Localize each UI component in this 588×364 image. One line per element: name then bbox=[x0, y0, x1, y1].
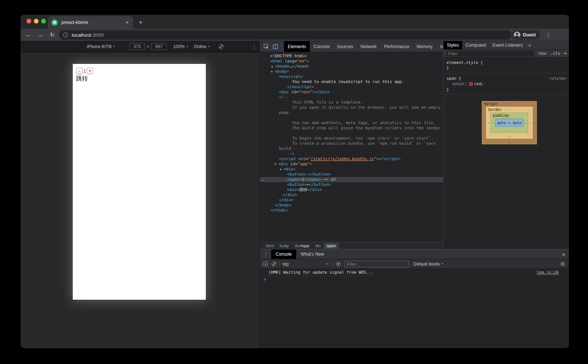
margin-top-value[interactable]: - bbox=[482, 101, 537, 105]
device-select[interactable]: iPhone 6/7/8 ▾ bbox=[87, 44, 115, 49]
margin-bottom-value[interactable]: - bbox=[482, 140, 537, 144]
box-model-margin[interactable]: margin - - - - border - - - - padding bbox=[482, 101, 537, 144]
elements-node[interactable]: ▼ <div> bbox=[260, 167, 443, 172]
margin-left-value[interactable]: - bbox=[483, 121, 485, 125]
devtools-tab-performance[interactable]: Performance bbox=[380, 41, 413, 52]
border-left-value[interactable]: - bbox=[488, 121, 490, 125]
css-property-name[interactable]: color: bbox=[452, 82, 467, 86]
elements-node[interactable] bbox=[260, 131, 443, 136]
elements-node[interactable]: page. bbox=[260, 110, 443, 115]
reload-button[interactable]: ↻ bbox=[48, 30, 57, 39]
traffic-light-minimize[interactable] bbox=[34, 19, 39, 24]
padding-right-value[interactable]: - bbox=[524, 121, 527, 125]
breadcrumb-item-span[interactable]: span bbox=[324, 243, 339, 249]
device-toolbar-toggle-icon[interactable] bbox=[272, 44, 278, 50]
box-model-border[interactable]: border - - - - padding - - - - bbox=[486, 107, 533, 138]
elements-node[interactable]: <div id="root"></div> bbox=[260, 90, 443, 95]
css-property-value[interactable]: red; bbox=[474, 82, 484, 86]
styles-tab-computed[interactable]: Computed bbox=[462, 41, 489, 49]
color-swatch[interactable] bbox=[469, 82, 473, 86]
border-bottom-value[interactable]: - bbox=[487, 134, 532, 138]
execution-context-select[interactable]: top ▾ bbox=[283, 262, 330, 267]
border-right-value[interactable]: - bbox=[529, 121, 531, 125]
border-top-value[interactable]: - bbox=[487, 107, 532, 111]
traffic-light-close[interactable] bbox=[26, 19, 31, 24]
rule-origin[interactable]: <style> bbox=[549, 76, 566, 81]
decrement-button[interactable]: - bbox=[76, 68, 83, 74]
live-expression-eye-icon[interactable] bbox=[336, 262, 341, 266]
rule-declaration[interactable]: color:red; bbox=[447, 81, 566, 87]
elements-node[interactable]: <script src="/static/js/index.bundle.js"… bbox=[260, 156, 443, 162]
zoom-select[interactable]: 100% ▾ bbox=[173, 44, 188, 49]
devtools-tab-console[interactable]: Console bbox=[310, 41, 333, 52]
padding-left-value[interactable]: - bbox=[492, 121, 494, 125]
styles-more-tabs-icon[interactable]: » bbox=[526, 41, 533, 49]
breadcrumb-item-html[interactable]: html bbox=[263, 243, 277, 249]
toggle-hov-button[interactable]: :hov bbox=[537, 51, 547, 56]
traffic-light-zoom[interactable] bbox=[41, 19, 46, 24]
elements-node[interactable]: To create a production bundle, use `npm … bbox=[260, 141, 443, 146]
elements-node-selected[interactable]: …<span>1</span> == $0 bbox=[260, 177, 443, 182]
box-model-content[interactable]: auto × auto bbox=[495, 119, 524, 127]
elements-node[interactable]: If you open it directly in the browser, … bbox=[260, 105, 443, 110]
browser-menu-icon[interactable]: ⋮ bbox=[544, 30, 553, 39]
profile-button[interactable]: Guest bbox=[512, 30, 540, 40]
console-sidebar-icon[interactable] bbox=[263, 262, 268, 266]
breadcrumb-item-div#app[interactable]: div#app bbox=[292, 243, 312, 249]
elements-node[interactable]: <html lang="en"> bbox=[260, 59, 443, 64]
elements-node[interactable]: ▶ <head>…</head> bbox=[260, 64, 443, 69]
styles-tab-styles[interactable]: Styles bbox=[444, 41, 462, 49]
breadcrumb-item-body[interactable]: body bbox=[277, 243, 292, 249]
rule-element-style[interactable]: element.style { } bbox=[444, 58, 569, 73]
devtools-tab-network[interactable]: Network bbox=[357, 41, 380, 52]
back-button[interactable]: ← bbox=[24, 30, 33, 39]
elements-node[interactable]: </noscript> bbox=[260, 84, 443, 90]
elements-node[interactable]: This HTML file is a template. bbox=[260, 100, 443, 105]
drawer-close-icon[interactable]: × bbox=[562, 251, 565, 257]
drawer-tab-what-s-new[interactable]: What's New bbox=[296, 249, 329, 259]
device-toolbar-menu-icon[interactable]: ⋮ bbox=[252, 44, 257, 50]
drawer-menu-icon[interactable]: ⋮ bbox=[260, 252, 271, 257]
rule-span[interactable]: span { color:red; } <style> bbox=[444, 73, 569, 95]
breadcrumb-item-div[interactable]: div bbox=[312, 243, 324, 249]
padding-bottom-value[interactable]: - bbox=[491, 128, 528, 132]
rotate-disabled-icon[interactable] bbox=[219, 44, 223, 49]
devtools-tab-memory[interactable]: Memory bbox=[413, 41, 436, 52]
gutter-ellipsis-icon[interactable]: … bbox=[262, 177, 265, 182]
rule-selector[interactable]: element.style { bbox=[447, 60, 566, 65]
toggle-cls-button[interactable]: .cls bbox=[551, 51, 560, 56]
styles-tab-event-listeners[interactable]: Event Listeners bbox=[489, 41, 526, 49]
drawer-tab-console[interactable]: Console bbox=[271, 249, 296, 259]
site-info-icon[interactable]: i bbox=[63, 32, 68, 37]
elements-node[interactable]: --> bbox=[260, 151, 443, 156]
devtools-tab-sources[interactable]: Sources bbox=[333, 41, 357, 52]
margin-right-value[interactable]: - bbox=[533, 121, 535, 125]
elements-node[interactable]: <noscript> bbox=[260, 74, 443, 79]
jump-link[interactable]: 跳转 bbox=[76, 75, 88, 83]
elements-node[interactable]: build`. bbox=[260, 146, 443, 151]
elements-node[interactable]: ▼ <body> bbox=[260, 69, 443, 74]
rule-selector[interactable]: span { bbox=[447, 76, 566, 81]
box-model-padding[interactable]: padding - - - - auto × auto bbox=[491, 113, 528, 133]
log-levels-select[interactable]: Default levels ▾ bbox=[413, 262, 443, 267]
increment-button[interactable]: + bbox=[87, 68, 93, 74]
elements-node[interactable]: The build step will place the bundled sc… bbox=[260, 126, 443, 131]
address-bar[interactable]: i localhost :3000 bbox=[59, 30, 512, 40]
log-source-link[interactable]: log.js:24 bbox=[537, 270, 559, 275]
padding-top-value[interactable]: - bbox=[491, 113, 528, 117]
elements-node[interactable]: </div> bbox=[260, 198, 443, 203]
forward-button[interactable]: → bbox=[36, 30, 45, 39]
device-height-input[interactable] bbox=[151, 43, 166, 50]
elements-node[interactable]: You can add webfonts, meta tags, or anal… bbox=[260, 120, 443, 126]
device-width-input[interactable] bbox=[129, 43, 145, 50]
elements-node[interactable]: </body> bbox=[260, 203, 443, 208]
browser-tab[interactable]: M preact-kbone × bbox=[48, 16, 133, 29]
elements-node[interactable]: <div>跳转</div> bbox=[260, 187, 443, 192]
console-settings-icon[interactable]: ⚙ bbox=[560, 261, 565, 267]
clear-console-icon[interactable] bbox=[272, 262, 276, 266]
throttling-select[interactable]: Online ▾ bbox=[194, 44, 210, 49]
elements-node[interactable] bbox=[260, 115, 443, 120]
elements-node[interactable]: You need to enable JavaScript to run thi… bbox=[260, 79, 443, 84]
new-style-rule-icon[interactable]: + bbox=[564, 51, 567, 56]
console-filter-input[interactable] bbox=[344, 261, 409, 267]
